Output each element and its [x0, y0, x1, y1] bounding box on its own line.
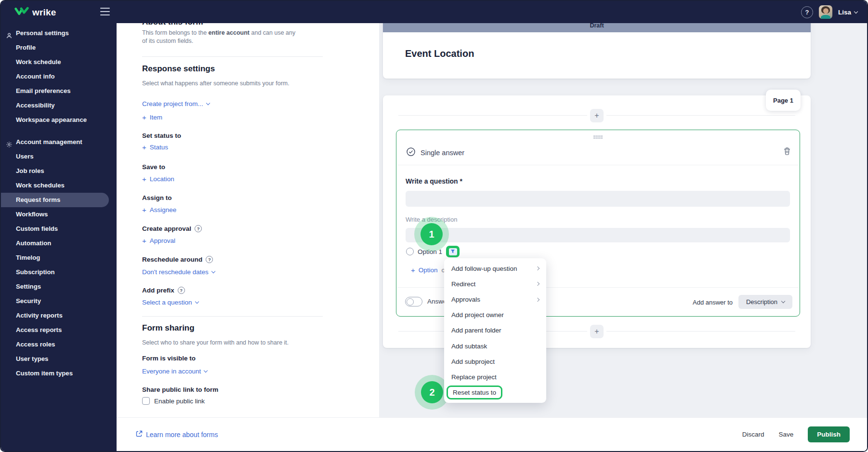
sidebar-item-access-roles[interactable]: Access roles: [1, 337, 117, 352]
sidebar-item-accessibility[interactable]: Accessibility: [1, 98, 117, 113]
avatar[interactable]: [819, 5, 832, 19]
help-icon[interactable]: ?: [178, 287, 185, 294]
sidebar-item-account-info[interactable]: Account info: [1, 69, 117, 84]
drag-handle-icon[interactable]: [593, 135, 603, 139]
response-settings-subtitle: Select what happens after someone submit…: [142, 80, 365, 88]
sidebar-item-custom-item-types[interactable]: Custom item types: [1, 366, 117, 381]
menu-item-redirect[interactable]: Redirect: [444, 276, 546, 292]
sidebar-section-label: Account management: [16, 138, 82, 146]
menu-item-reset-status-to[interactable]: Reset status to: [444, 385, 546, 400]
annotation-highlight: Reset status to: [447, 386, 502, 399]
add-location-link[interactable]: +Location: [142, 175, 174, 183]
sidebar-section-account-management[interactable]: Account management: [1, 135, 117, 149]
chevron-down-icon: [204, 369, 208, 372]
sidebar-item-timelog[interactable]: Timelog: [1, 251, 117, 265]
add-option-link[interactable]: +Option: [411, 266, 438, 274]
menu-item-replace-project[interactable]: Replace project: [444, 370, 546, 385]
save-button[interactable]: Save: [778, 431, 793, 438]
reschedule-around-label: Reschedule around?: [142, 256, 365, 263]
create-approval-label: Create approval?: [142, 225, 365, 232]
delete-question-icon[interactable]: [783, 147, 791, 157]
hamburger-menu-icon[interactable]: [100, 8, 110, 15]
question-type-label[interactable]: Single answer: [421, 149, 464, 157]
menu-item-approvals[interactable]: Approvals: [444, 292, 546, 307]
add-question-above-button[interactable]: +: [590, 109, 604, 122]
add-item-link[interactable]: +Item: [142, 113, 162, 121]
chevron-right-icon: [536, 266, 539, 270]
form-preview-panel: Draft Event Location Page 1 + Si: [379, 1, 867, 451]
topbar: wrike ? Lisa: [1, 1, 867, 23]
sidebar-item-work-schedules[interactable]: Work schedules: [1, 178, 117, 193]
help-icon[interactable]: ?: [195, 225, 202, 232]
add-question-below-button[interactable]: +: [590, 325, 604, 338]
topbar-right: ? Lisa: [801, 1, 857, 23]
about-form-text: This form belongs to the entire account …: [142, 29, 301, 45]
add-answer-to-label: Add answer to: [693, 299, 733, 306]
question-label: Write a question *: [406, 177, 462, 185]
menu-item-add-subproject[interactable]: Add subproject: [444, 354, 546, 369]
learn-more-link[interactable]: Learn more about forms: [136, 430, 218, 439]
sidebar-item-security[interactable]: Security: [1, 294, 117, 308]
prefix-question-dropdown[interactable]: Select a question: [142, 299, 198, 306]
help-icon[interactable]: ?: [206, 256, 213, 263]
divider: [397, 165, 799, 165]
sidebar-item-custom-fields[interactable]: Custom fields: [1, 222, 117, 236]
add-approval-link[interactable]: +Approval: [142, 237, 175, 245]
create-project-from-dropdown[interactable]: Create project from...: [142, 100, 210, 107]
menu-item-add-parent-folder[interactable]: Add parent folder: [444, 323, 546, 338]
option-radio[interactable]: [406, 248, 414, 255]
chevron-right-icon: [536, 282, 539, 286]
description-input[interactable]: [406, 228, 790, 242]
sidebar-item-work-schedule[interactable]: Work schedule: [1, 55, 117, 69]
chevron-down-icon: [781, 299, 785, 303]
sidebar-item-subscription[interactable]: Subscription: [1, 265, 117, 279]
option-action-icon[interactable]: [446, 246, 460, 257]
page-tab[interactable]: Page 1: [766, 90, 801, 111]
chevron-down-icon: [206, 101, 210, 105]
menu-item-add-subtask[interactable]: Add subtask: [444, 338, 546, 354]
sidebar-item-workflows[interactable]: Workflows: [1, 207, 117, 222]
add-assignee-link[interactable]: +Assignee: [142, 206, 176, 214]
plus-icon: +: [142, 237, 146, 245]
assign-to-label: Assign to: [142, 194, 365, 201]
sidebar-item-access-reports[interactable]: Access reports: [1, 323, 117, 337]
publish-button[interactable]: Publish: [808, 426, 850, 442]
annotation-step-1: 1: [414, 217, 449, 252]
form-visibility-dropdown[interactable]: Everyone in account: [142, 368, 207, 375]
sidebar-item-activity-reports[interactable]: Activity reports: [1, 308, 117, 323]
sidebar-item-email-preferences[interactable]: Email preferences: [1, 84, 117, 98]
form-title[interactable]: Event Location: [405, 48, 474, 59]
external-link-icon: [136, 430, 143, 439]
sidebar-item-users[interactable]: Users: [1, 149, 117, 164]
form-sharing-heading: Form sharing: [142, 323, 365, 333]
reschedule-dropdown[interactable]: Don't reschedule dates: [142, 268, 215, 276]
add-status-link[interactable]: +Status: [142, 143, 168, 151]
question-input[interactable]: [406, 191, 790, 207]
sidebar-item-profile[interactable]: Profile: [1, 40, 117, 55]
discard-button[interactable]: Discard: [742, 431, 764, 438]
sidebar-item-request-forms[interactable]: Request forms: [1, 193, 109, 207]
menu-item-add-follow-up-question[interactable]: Add follow-up question: [444, 261, 546, 276]
chevron-right-icon: [536, 297, 539, 301]
wrike-logo: wrike: [14, 6, 56, 18]
sidebar-section-personal-settings[interactable]: Personal settings: [1, 26, 117, 40]
answer-required-toggle[interactable]: [405, 297, 422, 306]
sidebar: Personal settings Profile Work schedule …: [1, 1, 117, 451]
single-answer-icon: [406, 147, 416, 159]
wrike-logo-text: wrike: [32, 7, 56, 18]
sidebar-item-job-roles[interactable]: Job roles: [1, 164, 117, 178]
enable-public-link-checkbox[interactable]: [142, 397, 150, 405]
menu-item-add-project-owner[interactable]: Add project owner: [444, 307, 546, 323]
follow-up-icon: [449, 248, 457, 255]
sidebar-item-automation[interactable]: Automation: [1, 236, 117, 251]
enable-public-link-row: Enable public link: [142, 397, 365, 405]
user-menu[interactable]: Lisa: [838, 9, 857, 16]
status-badge: Draft: [383, 22, 811, 29]
sidebar-item-workspace-appearance[interactable]: Workspace appearance: [1, 113, 117, 127]
chevron-down-icon: [195, 300, 198, 304]
answer-target-dropdown[interactable]: Description: [738, 295, 792, 309]
sidebar-item-user-types[interactable]: User types: [1, 352, 117, 366]
help-icon[interactable]: ?: [801, 6, 813, 18]
plus-icon: +: [142, 113, 146, 121]
sidebar-item-settings[interactable]: Settings: [1, 279, 117, 294]
